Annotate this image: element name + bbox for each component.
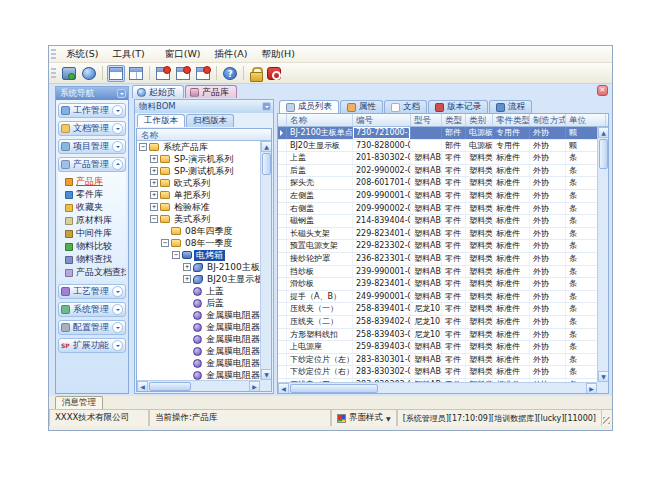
cell[interactable] bbox=[278, 341, 287, 353]
column-header-indicator[interactable] bbox=[278, 114, 287, 126]
cell[interactable]: 258-839402-00X bbox=[353, 316, 411, 328]
bom-pin-button[interactable] bbox=[262, 102, 271, 111]
table-row[interactable]: 右侧盖209-990002-01X塑料ABS零件塑料类标准件外协条 bbox=[278, 203, 597, 216]
tree-node[interactable]: 08年四季度 bbox=[137, 225, 260, 237]
cell[interactable]: 外协 bbox=[530, 152, 566, 164]
cell[interactable]: 塑料ABS bbox=[411, 366, 442, 378]
cell[interactable]: 外协 bbox=[530, 253, 566, 265]
sidebar-item-中间件库[interactable]: 中间件库 bbox=[58, 227, 126, 240]
cell[interactable]: 外协 bbox=[530, 341, 566, 353]
cell[interactable]: 标准件 bbox=[493, 303, 530, 315]
cell[interactable]: 标准件 bbox=[493, 266, 530, 278]
sidebar-item-零件库[interactable]: 零件库 bbox=[58, 188, 126, 201]
tree-node[interactable]: 金属膜电阻器 bbox=[137, 357, 260, 369]
sidebar-group-工艺管理[interactable]: 工艺管理 bbox=[58, 284, 126, 299]
group-chevron-icon[interactable] bbox=[112, 304, 123, 315]
cell[interactable]: 259-839403-00X bbox=[353, 341, 411, 353]
exit-icon-button[interactable] bbox=[265, 65, 283, 82]
cell[interactable]: 零件 bbox=[442, 329, 466, 341]
tree-node[interactable]: 金属膜电阻器 bbox=[137, 309, 260, 321]
cell[interactable]: 左侧盖 bbox=[287, 190, 353, 202]
cell[interactable]: 专用件 bbox=[493, 127, 530, 139]
cell[interactable]: 颗 bbox=[566, 127, 597, 139]
cell[interactable]: 塑料类 bbox=[466, 215, 493, 227]
cell[interactable]: 塑料类 bbox=[466, 190, 493, 202]
cell[interactable]: 标准件 bbox=[493, 329, 530, 341]
cell[interactable]: 外协 bbox=[530, 203, 566, 215]
sidebar-item-收藏夹[interactable]: 收藏夹 bbox=[58, 201, 126, 214]
table-row[interactable]: 探头壳208-601701-01X塑料ABS零件塑料类标准件外协条 bbox=[278, 177, 597, 190]
cell[interactable]: 部件 bbox=[442, 127, 466, 139]
cell[interactable] bbox=[278, 190, 287, 202]
tree-node[interactable]: 上盖 bbox=[137, 285, 260, 297]
cell[interactable]: 颗 bbox=[566, 140, 597, 152]
cell[interactable]: 标准件 bbox=[493, 203, 530, 215]
table-row[interactable]: BJ20主显示板730-828000-04X部件电源板专用件外协颗 bbox=[278, 140, 597, 153]
cell[interactable]: 条 bbox=[566, 266, 597, 278]
tree-node[interactable]: −08年一季度 bbox=[137, 237, 260, 249]
cell[interactable]: 塑料ABS bbox=[411, 354, 442, 366]
cell[interactable]: 239-990001-01X bbox=[353, 266, 411, 278]
cell[interactable]: 外协 bbox=[530, 291, 566, 303]
cell[interactable]: 条 bbox=[566, 341, 597, 353]
sidebar-group-工作管理[interactable]: 工作管理 bbox=[58, 103, 126, 118]
cell[interactable] bbox=[278, 127, 287, 139]
tree-node[interactable]: +BJ-2100主板单点 bbox=[137, 261, 260, 273]
cell[interactable]: 探头壳 bbox=[287, 177, 353, 189]
cell[interactable]: 上盖 bbox=[287, 152, 353, 164]
cell[interactable]: 外协 bbox=[530, 127, 566, 139]
tree-node[interactable]: 金属膜电阻器 bbox=[137, 345, 260, 357]
cell[interactable]: 条 bbox=[566, 253, 597, 265]
cell[interactable]: 标准件 bbox=[493, 215, 530, 227]
cell[interactable]: 预置电源支架 bbox=[287, 240, 353, 252]
table-row[interactable]: 滑纱板239-823401-00X塑料ABS零件塑料类标准件外协条 bbox=[278, 278, 597, 291]
cell[interactable]: 塑料类 bbox=[466, 278, 493, 290]
table-row[interactable]: 长磁头支架229-823401-00X塑料ABS零件塑料类标准件外协条 bbox=[278, 228, 597, 241]
tree-node[interactable]: +SP-演示机系列 bbox=[137, 153, 260, 165]
cell[interactable]: 塑料类 bbox=[466, 266, 493, 278]
scroll-left-button[interactable]: ◀ bbox=[278, 383, 289, 394]
collapse-icon[interactable]: − bbox=[172, 251, 180, 259]
cell[interactable]: 零件 bbox=[442, 165, 466, 177]
globe-icon-button[interactable] bbox=[80, 65, 98, 82]
cell[interactable]: 塑料ABS bbox=[411, 177, 442, 189]
cell[interactable]: 塑料ABS bbox=[411, 228, 442, 240]
cell[interactable]: 283-830301-00X bbox=[353, 354, 411, 366]
cell[interactable]: 214-839404-01X bbox=[353, 215, 411, 227]
cell[interactable]: 外协 bbox=[530, 177, 566, 189]
cell[interactable] bbox=[411, 140, 442, 152]
menu-item[interactable]: 插件(A) bbox=[207, 47, 254, 60]
menu-item[interactable]: 帮助(H) bbox=[254, 47, 302, 60]
column-header-型号[interactable]: 型号 bbox=[411, 114, 442, 126]
cell[interactable] bbox=[278, 366, 287, 378]
collapse-icon[interactable]: − bbox=[139, 143, 147, 151]
cell[interactable]: 挡纱板 bbox=[287, 266, 353, 278]
cell[interactable]: 条 bbox=[566, 203, 597, 215]
cell[interactable]: 外协 bbox=[530, 240, 566, 252]
sidebar-collapse-button[interactable] bbox=[117, 89, 126, 98]
menubar-grip[interactable] bbox=[51, 49, 56, 60]
expand-icon[interactable]: + bbox=[183, 263, 191, 271]
message-manager-tab[interactable]: 消息管理 bbox=[55, 396, 103, 409]
scroll-down-button[interactable]: ▼ bbox=[261, 369, 272, 380]
cell[interactable]: 塑料类 bbox=[466, 203, 493, 215]
table-row[interactable]: 左侧盖209-990001-01X塑料ABS零件塑料类标准件外协条 bbox=[278, 190, 597, 203]
cell[interactable]: 压线夹（一） bbox=[287, 303, 353, 315]
cell[interactable]: 塑料类 bbox=[466, 228, 493, 240]
cell[interactable] bbox=[278, 215, 287, 227]
cell[interactable]: 电源板 bbox=[466, 140, 493, 152]
cell[interactable]: 条 bbox=[566, 316, 597, 328]
tree-node[interactable]: +SP-测试机系列 bbox=[137, 165, 260, 177]
cell[interactable] bbox=[278, 253, 287, 265]
menu-item[interactable]: 窗口(W) bbox=[158, 47, 208, 60]
cell[interactable] bbox=[278, 291, 287, 303]
cell[interactable]: 塑料ABS bbox=[411, 165, 442, 177]
table-row[interactable]: 挡纱板239-990001-01X塑料ABS零件塑料类标准件外协条 bbox=[278, 266, 597, 279]
tree-node[interactable]: −电烤箱 bbox=[137, 249, 260, 261]
sidebar-item-产品库[interactable]: 产品库 bbox=[58, 175, 126, 188]
cell[interactable]: 零件 bbox=[442, 278, 466, 290]
cell[interactable]: 外协 bbox=[530, 366, 566, 378]
cell[interactable]: 塑料类 bbox=[466, 165, 493, 177]
cell[interactable]: 磁钢盖 bbox=[287, 215, 353, 227]
cell[interactable]: 塑料类 bbox=[466, 366, 493, 378]
